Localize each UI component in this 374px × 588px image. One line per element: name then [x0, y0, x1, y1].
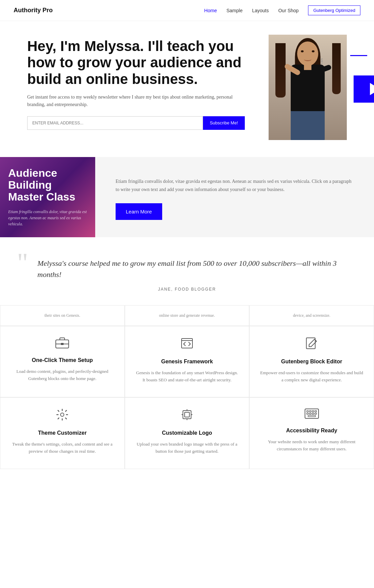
hero-title: Hey, I'm Melyssa. I'll teach you how to …	[27, 38, 245, 87]
email-input[interactable]	[27, 116, 203, 130]
nav-links: Home Sample Layouts Our Shop Gutenberg O…	[204, 5, 360, 15]
svg-rect-8	[185, 412, 189, 417]
code-icon	[180, 336, 194, 353]
quote-section: " Melyssa's course helped me to grow my …	[0, 237, 374, 305]
quote-author: JANE, FOOD BLOGGER	[27, 287, 347, 292]
partial-cell-0: their sites on Genesis.	[0, 305, 125, 326]
feature-title-3: Theme Customizer	[38, 430, 87, 436]
learn-more-button[interactable]: Learn More	[116, 203, 162, 220]
feature-title-4: Customizable Logo	[162, 430, 212, 436]
course-image: Audience Building Master Class Etiam fri…	[0, 157, 95, 237]
feature-cell-4: Customizable Logo Upload your own brande…	[125, 397, 250, 469]
feature-desc-5: Your website needs to work under many di…	[260, 438, 363, 453]
feature-title-5: Accessibility Ready	[286, 428, 337, 434]
nav-ourshop[interactable]: Our Shop	[278, 8, 299, 13]
course-content: Etiam fringilla convallis dolor, vitae g…	[95, 157, 374, 237]
feature-title-0: One-Click Theme Setup	[32, 357, 93, 363]
svg-rect-20	[312, 413, 314, 414]
hero-right: MELYSSA GRIFFIN, ENTREPRENEUR	[258, 35, 360, 140]
quote-text: Melyssa's course helped me to grow my em…	[27, 258, 347, 280]
edit-icon	[305, 336, 319, 353]
briefcase-icon	[55, 336, 69, 352]
features-section: their sites on Genesis. online store and…	[0, 305, 374, 469]
hero-description: Get instant free access to my weekly new…	[27, 93, 245, 109]
nav-gutenberg-btn[interactable]: Gutenberg Optimized	[308, 5, 360, 15]
svg-rect-18	[307, 413, 308, 414]
partial-cell-1: online store and generate revenue.	[125, 305, 250, 326]
svg-rect-2	[61, 343, 64, 345]
feature-cell-3: Theme Customizer Tweak the theme's setti…	[0, 397, 125, 469]
partial-cell-2: device, and screensize.	[249, 305, 374, 326]
course-section: Audience Building Master Class Etiam fri…	[0, 157, 374, 237]
hero-form: Subscribe Me!	[27, 116, 245, 130]
feature-desc-3: Tweak the theme's settings, colors, and …	[11, 441, 114, 455]
nav-home[interactable]: Home	[204, 8, 217, 13]
svg-rect-22	[308, 415, 316, 417]
svg-rect-21	[315, 413, 317, 414]
quote-mark: "	[17, 256, 28, 270]
feature-title-1: Genesis Framework	[161, 359, 213, 365]
site-logo: Authority Pro	[14, 7, 53, 14]
accent-line	[350, 55, 367, 56]
feature-cell-1: Genesis Framework Genesis is the foundat…	[125, 326, 250, 398]
svg-rect-17	[315, 411, 317, 412]
svg-rect-15	[309, 411, 311, 412]
course-text: Etiam fringilla convallis dolor, vitae g…	[116, 177, 354, 194]
feature-desc-1: Genesis is the foundation of any smart W…	[135, 369, 239, 384]
svg-point-6	[61, 413, 64, 416]
crop-icon	[180, 408, 194, 425]
feature-desc-2: Empower end-users to customize those mod…	[260, 369, 363, 384]
course-title: Audience Building Master Class	[8, 167, 87, 203]
svg-rect-19	[309, 413, 311, 414]
nav-sample[interactable]: Sample	[226, 8, 242, 13]
nav-layouts[interactable]: Layouts	[252, 8, 269, 13]
svg-rect-16	[312, 411, 314, 412]
subscribe-button[interactable]: Subscribe Me!	[203, 116, 245, 130]
keyboard-icon	[304, 408, 319, 422]
hero-photo: MELYSSA GRIFFIN, ENTREPRENEUR	[269, 35, 347, 140]
feature-cell-0: One-Click Theme Setup Load demo content,…	[0, 326, 125, 398]
feature-desc-0: Load demo content, plugins, and perfectl…	[11, 368, 114, 382]
gear-icon	[55, 408, 69, 425]
play-icon	[370, 83, 374, 95]
feature-title-2: Gutenberg Block Editor	[281, 359, 342, 365]
hero-left: Hey, I'm Melyssa. I'll teach you how to …	[27, 35, 258, 140]
video-play-button[interactable]	[354, 75, 374, 103]
top-partial-row: their sites on Genesis. online store and…	[0, 305, 374, 326]
svg-rect-14	[307, 411, 308, 412]
navigation: Authority Pro Home Sample Layouts Our Sh…	[0, 0, 374, 21]
svg-rect-7	[183, 411, 191, 419]
feature-cell-2: Gutenberg Block Editor Empower end-users…	[249, 326, 374, 398]
course-desc: Etiam fringilla convallis dolor, vitae g…	[8, 209, 87, 227]
svg-rect-3	[182, 339, 192, 348]
feature-desc-4: Upload your own branded logo image with …	[135, 441, 239, 455]
hero-section: Hey, I'm Melyssa. I'll teach you how to …	[0, 21, 374, 147]
feature-cell-5: Accessibility Ready Your website needs t…	[249, 397, 374, 469]
features-grid: One-Click Theme Setup Load demo content,…	[0, 326, 374, 469]
